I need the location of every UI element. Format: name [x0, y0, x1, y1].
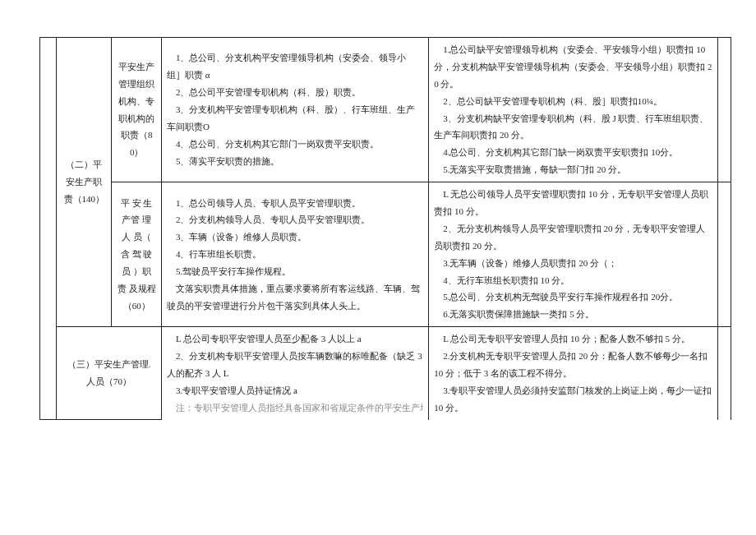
criteria-line: 文落实职责具体措施，重点要求要将所有客运线路、车辆、驾驶员的平安管理进行分片包干… [167, 280, 423, 315]
scoring-line: 3.无车辆（设备）维修人员职责扣 20 分（； [434, 255, 712, 272]
scoring-line: 6.无落实职责保障措施缺一类扣 5 分。 [434, 306, 712, 323]
table-row: （三）平安生产管理. 人员（70） L 总公司专职平安管理人员至少配备 3 人以… [40, 327, 731, 420]
cell-criteria-1: 1、总公司、分支机构平安管理领导机构（安委会、领导小组］职责 α 2、总公司平安… [161, 38, 428, 182]
scoring-line: 4.总公司、分支机构其它部门缺一岗双责平安职责扣 10分。 [434, 144, 712, 161]
scoring-line: 3、分支机构缺平安管理专职机构（科、股 J 职责、行车班组职责、生产车间职责扣 … [434, 110, 712, 145]
scoring-line: 2.分支机构无专职平安管理人员扣 20 分：配备人数不够每少一名扣 10 分；低… [434, 348, 712, 382]
cell-blank-right [718, 38, 731, 182]
table-row: （二）平安生产职责（140） 平安生产管理组织机构、专职机构的职责（80） 1、… [40, 38, 731, 182]
scoring-line: 5.总公司、分支机构无驾驶员平安行车操作规程各扣 20分。 [434, 288, 712, 306]
criteria-line: 2、分支机构领导人员、专职人员平安管理职责。 [167, 211, 423, 228]
cell-scoring-2: L 无总公司领导人员平安管理职责扣 10 分，无专职平安管理人员职责扣 10 分… [429, 182, 718, 327]
scoring-line: 1.总公司缺平安管理领导机构（安委会、平安领导小组）职责扣 10 分，分支机构缺… [434, 41, 712, 93]
criteria-line: 2、分支机构专职平安管理人员按车辆数嘛的标唯配备（缺乏 3 人的配齐 3 人 L [167, 348, 423, 382]
criteria-line: 4、行车班组长职责。 [167, 246, 423, 263]
criteria-line: 3、车辆（设备）维修人员职责。 [167, 228, 423, 246]
cell-item-org: 平安生产管理组织机构、专职机构的职责（80） [112, 38, 162, 182]
cell-blank-right [718, 182, 731, 327]
cell-section-3: （三）平安生产管理. 人员（70） [57, 327, 162, 420]
scoring-line: 4、无行车班组长职责扣 10 分。 [434, 272, 712, 289]
criteria-line: 3、分支机构平安管理专职机构（科、股）、行车班组、生产车间职责O [167, 101, 423, 136]
criteria-line: 5.驾驶员平安行车操作规程。 [167, 263, 423, 280]
cell-scoring-1: 1.总公司缺平安管理领导机构（安委会、平安领导小组）职责扣 10 分，分支机构缺… [429, 38, 718, 182]
scoring-line: 3.专职平安管理人员必须持安监部门核发的上岗证上岗，每少一证扣 10 分。 [434, 382, 712, 417]
cell-blank-left [40, 38, 57, 420]
scoring-line: L 总公司无专职平安管理人员扣 10 分；配备人数不够扣 5 分。 [434, 330, 712, 348]
cell-blank-right [718, 327, 731, 420]
cell-scoring-3: L 总公司无专职平安管理人员扣 10 分；配备人数不够扣 5 分。 2.分支机构… [429, 327, 718, 420]
cell-criteria-3: L 总公司专职平安管理人员至少配备 3 人以上 a 2、分支机构专职平安管理人员… [161, 327, 428, 420]
criteria-line: 4、总公司、分支机构其它部门一岗双责平安职责。 [167, 136, 423, 153]
criteria-line: 2、总公司平安管理专职机构（科、股）职责。 [167, 84, 423, 101]
table-row: 平 安 生 产管 理 人 员（ 含 驾 驶员 ）职 责 及规程（60） 1、总公… [40, 182, 731, 327]
scoring-line: L 无总公司领导人员平安管理职责扣 10 分，无专职平安管理人员职责扣 10 分… [434, 186, 712, 220]
assessment-table: （二）平安生产职责（140） 平安生产管理组织机构、专职机构的职责（80） 1、… [39, 37, 731, 420]
cell-criteria-2: 1、总公司领导人员、专职人员平安管理职责。 2、分支机构领导人员、专职人员平安管… [161, 182, 428, 327]
cell-item-staff: 平 安 生 产管 理 人 员（ 含 驾 驶员 ）职 责 及规程（60） [112, 182, 162, 327]
criteria-line: L 总公司专职平安管理人员至少配备 3 人以上 a [167, 330, 423, 348]
criteria-line: 注：专职平安管理人员指经具备国家和省规定条件的平安生产培训机构培训合格持证上岗的… [167, 399, 423, 417]
scoring-line: 5.无落实平安取责措施，每缺一部门扣 20 分。 [434, 161, 712, 178]
criteria-line: 1、总公司领导人员、专职人员平安管理职责。 [167, 195, 423, 212]
criteria-line: 5、薄实平安职责的措施。 [167, 153, 423, 170]
criteria-line: 3.专职平安管理人员持证情况 a [167, 382, 423, 399]
scoring-line: 2、总公司缺平安管理专职机构（科、股］职责扣10¼。 [434, 93, 712, 110]
cell-section-2: （二）平安生产职责（140） [57, 38, 112, 327]
criteria-line: 1、总公司、分支机构平安管理领导机构（安委会、领导小组］职责 α [167, 49, 423, 84]
scoring-line: 2、无分支机构领导人员平安管理职责扣 20 分，无专职平安管理人员职责扣 20 … [434, 220, 712, 255]
